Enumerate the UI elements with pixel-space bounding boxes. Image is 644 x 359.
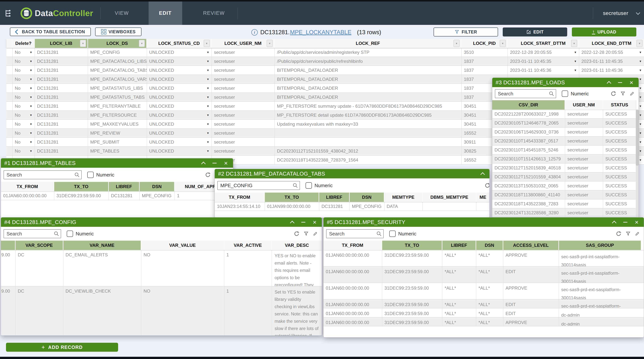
collapse-icon[interactable]	[290, 221, 294, 225]
refresh-icon[interactable]	[484, 183, 490, 188]
numeric-checkbox[interactable]	[389, 231, 396, 237]
refresh-icon[interactable]	[616, 231, 622, 236]
cell-delete-select[interactable]: No▼	[12, 102, 35, 111]
minimize-icon[interactable]	[212, 163, 216, 163]
pencil-icon[interactable]	[630, 91, 634, 96]
pencil-icon[interactable]	[635, 231, 640, 236]
table-row[interactable]: DC20230118T113800860_41140 secretuser SU…	[492, 190, 638, 199]
table-row[interactable]: No▼ DC131281 MPE_DATACATALOG_TABS UNLOCK…	[6, 66, 644, 75]
collapse-icon[interactable]	[201, 162, 206, 166]
table-row[interactable]: 9.00 DC DC_EMAIL_ALERTS NO 1 YES or NO t…	[1, 250, 322, 286]
cell-lock-status-select[interactable]: UNLOCKED▼	[147, 84, 212, 93]
close-icon[interactable]: ×	[630, 80, 633, 85]
filter-dropdown-icon[interactable]: ▼	[454, 40, 460, 47]
collapse-icon[interactable]	[480, 172, 485, 177]
tree-toggle-icon[interactable]	[4, 9, 15, 18]
filter-dropdown-icon[interactable]: ▼	[267, 40, 273, 47]
cell-delete-select[interactable]: No▼	[12, 66, 35, 75]
table-row[interactable]: DC20230110T145451875_5246 secretuser SUC…	[492, 145, 638, 154]
viewbox-title-bar[interactable]: #3 DC131281.MPE_LOADS ×	[492, 78, 638, 87]
table-row[interactable]: DC20230106T154629303_0736 secretuser SUC…	[492, 128, 638, 137]
cell-lock-status-select[interactable]: UNLOCKED▼	[147, 129, 212, 137]
filter-button[interactable]: FILTER	[434, 28, 498, 37]
filter-dropdown-icon[interactable]: ▼	[500, 40, 506, 47]
search-input[interactable]	[326, 229, 384, 238]
minimize-icon[interactable]	[623, 222, 627, 222]
close-icon[interactable]: ×	[635, 219, 638, 225]
cell-delete-select[interactable]: No▼	[12, 129, 35, 137]
cell-lock-status-select[interactable]: UNLOCKED▼	[147, 48, 212, 57]
nav-tab-edit[interactable]: EDIT	[148, 2, 182, 25]
search-input[interactable]	[495, 89, 556, 98]
numeric-checkbox[interactable]	[306, 182, 312, 189]
table-row[interactable]: DC20230110T151426613_12579 secretuser SU…	[492, 154, 638, 163]
numeric-checkbox[interactable]	[67, 231, 73, 237]
back-to-table-selection-button[interactable]: BACK TO TABLE SELECTION	[10, 28, 91, 36]
refresh-icon[interactable]	[205, 172, 210, 178]
title-table-link[interactable]: MPE_LOCKANYTABLE	[290, 29, 351, 36]
cell-delete-select[interactable]: No▼	[12, 84, 35, 93]
search-input[interactable]	[217, 181, 300, 190]
search-input[interactable]	[4, 229, 61, 238]
table-row[interactable]: DC20230112T152015839_40518 secretuser SU…	[492, 163, 638, 172]
cell-lock-status-select[interactable]: UNLOCKED▼	[147, 102, 212, 111]
filter-dropdown-icon[interactable]: ▼	[636, 40, 642, 47]
cell-delete-select[interactable]: No▼	[12, 57, 35, 66]
minimize-icon[interactable]	[618, 82, 622, 83]
cell-lock-status-select[interactable]: UNLOCKED▼	[147, 75, 212, 84]
cell-delete-select[interactable]: No▼	[12, 120, 35, 128]
add-record-button[interactable]: + ADD RECORD	[6, 343, 118, 352]
table-row[interactable]: DC20230124T131228586_3280 secretuser SUC…	[492, 208, 638, 217]
cell-delete-select[interactable]: No▼	[12, 147, 35, 155]
collapse-icon[interactable]	[606, 81, 611, 86]
viewbox-title-bar[interactable]: #1 DC131281.MPE_TABLES ×	[1, 158, 233, 168]
edit-button[interactable]: EDIT	[503, 28, 567, 37]
scrollbar[interactable]	[636, 110, 638, 218]
search-input[interactable]	[4, 170, 82, 179]
user-menu[interactable]: secretuser	[593, 2, 644, 25]
filter-dropdown-icon[interactable]: ▼	[80, 40, 86, 47]
table-row[interactable]: 01JAN60:00:00:00.00 31DEC99:23:59:59.00 …	[324, 317, 644, 326]
nav-tab-review[interactable]: REVIEW	[195, 2, 233, 25]
table-row[interactable]: 10JAN23:14:55:14.10 01JAN99:00:00:00.00 …	[215, 202, 490, 211]
numeric-checkbox[interactable]	[87, 172, 94, 178]
filter-dropdown-icon[interactable]: ▼	[204, 40, 210, 47]
cell-delete-select[interactable]: No▼	[12, 48, 35, 57]
refresh-icon[interactable]	[294, 231, 300, 236]
refresh-icon[interactable]	[610, 91, 616, 97]
cell-delete-select[interactable]: No▼	[12, 138, 35, 146]
viewbox-title-bar[interactable]: #4 DC131281.MPE_CONFIG ×	[1, 217, 322, 227]
cell-delete-select[interactable]: No▼	[12, 93, 35, 102]
table-row[interactable]: 01JAN60:00:00:00.00 31DEC99:23:59:59.00 …	[324, 266, 644, 283]
table-row[interactable]: DC20230110T145433387_0517 secretuser SUC…	[492, 137, 638, 145]
viewbox-title-bar[interactable]: #2 DC131281.MPE_DATACATALOG_TABS	[215, 169, 490, 178]
nav-tab-view[interactable]: VIEW	[106, 2, 138, 25]
table-row[interactable]: 9.00 DC DC_VIEWLIB_CHECK NO 1 Set to YES…	[1, 286, 322, 336]
table-row[interactable]: DC20230113T150531032_0065 secretuser SUC…	[492, 181, 638, 190]
cell-lock-end-select[interactable]: 2022-12-28 20:05:55▼	[579, 48, 644, 57]
pencil-icon[interactable]	[313, 231, 318, 236]
viewboxes-button[interactable]: VIEWBOXES	[95, 28, 142, 36]
table-row[interactable]: DC20230112T152101559_43804 secretuser SU…	[492, 172, 638, 181]
table-row[interactable]: No▼ DC131281 MPE_DATACATALOG_LIBS UNLOCK…	[6, 57, 644, 66]
table-row[interactable]: 01JAN60:00:00:00.00 31DEC99:23:59:59.00 …	[324, 299, 644, 308]
cell-delete-select[interactable]: No▼	[12, 75, 35, 84]
close-icon[interactable]: ×	[224, 160, 228, 166]
cell-lock-status-select[interactable]: UNLOCKED▼	[147, 57, 212, 66]
table-row[interactable]: 01JAN60:00:00:00.00 31DEC99:23:59:59.00 …	[324, 250, 644, 266]
filter-dropdown-icon[interactable]: ▼	[139, 40, 145, 47]
funnel-icon[interactable]	[626, 231, 631, 236]
filter-dropdown-icon[interactable]: ▼	[571, 40, 577, 47]
cell-lock-status-select[interactable]: UNLOCKED▼	[147, 138, 212, 146]
viewbox-title-bar[interactable]: #5 DC131281.MPE_SECURITY ×	[324, 217, 644, 227]
table-row[interactable]: 01JAN60:00:00:00.00 31DEC99:23:59:59.00 …	[324, 283, 644, 299]
table-row[interactable]: DC20230105T124646778_2065 secretuser SUC…	[492, 119, 638, 128]
close-icon[interactable]: ×	[313, 219, 316, 225]
table-row[interactable]: DC20221228T200633027_1998 secretuser SUC…	[492, 110, 638, 119]
funnel-icon[interactable]	[620, 91, 626, 96]
cell-lock-status-select[interactable]: UNLOCKED▼	[147, 93, 212, 102]
cell-delete-select[interactable]: No▼	[12, 111, 35, 120]
table-row[interactable]: 01JAN60:00:00:00.00 31DEC99:23:59:59.00 …	[324, 308, 644, 317]
table-row[interactable]: 01JAN60:00:00:00.00 31DEC99:23:59:59.00 …	[1, 191, 233, 200]
minimize-icon[interactable]	[301, 222, 305, 222]
